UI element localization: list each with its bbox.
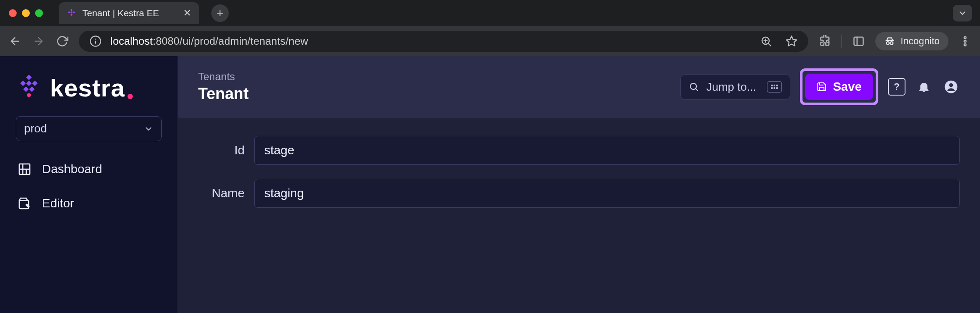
environment-value: prod — [24, 122, 47, 135]
window-minimize-button[interactable] — [22, 9, 30, 17]
svg-rect-25 — [32, 80, 38, 86]
logo-dot-icon — [128, 94, 133, 99]
bookmark-star-icon[interactable] — [785, 34, 799, 48]
svg-rect-23 — [20, 80, 26, 86]
name-label: Name — [198, 186, 245, 200]
sidebar-nav: Dashboard Editor — [16, 158, 162, 215]
browser-chrome: Tenant | Kestra EE ✕ + localhost:8080/ui… — [0, 0, 980, 56]
browser-tab[interactable]: Tenant | Kestra EE ✕ — [59, 2, 199, 24]
environment-select[interactable]: prod — [16, 116, 162, 141]
svg-point-28 — [27, 93, 31, 97]
url-host: localhost — [110, 35, 153, 47]
id-label: Id — [198, 143, 245, 157]
app-root: kestra prod Dashboard Editor Tenants Ten… — [0, 56, 980, 313]
logo-text: kestra — [50, 74, 133, 102]
chevron-down-icon — [144, 124, 153, 134]
svg-point-21 — [964, 44, 966, 46]
incognito-label: Incognito — [901, 36, 940, 47]
site-info-icon[interactable] — [89, 34, 103, 48]
new-tab-button[interactable]: + — [211, 4, 229, 22]
svg-rect-24 — [26, 80, 32, 86]
main-content: Tenants Tenant Jump to... Save ? — [178, 56, 980, 313]
account-button[interactable] — [942, 78, 960, 96]
sidebar-item-dashboard[interactable]: Dashboard — [16, 158, 162, 181]
url-text: localhost:8080/ui/prod/admin/tenants/new — [110, 35, 308, 47]
svg-rect-3 — [73, 11, 75, 14]
svg-rect-1 — [68, 11, 70, 14]
svg-point-19 — [964, 37, 966, 39]
keyboard-hint-icon — [767, 81, 782, 92]
dashboard-icon — [18, 162, 32, 176]
window-close-button[interactable] — [9, 9, 17, 17]
browser-menu-icon[interactable] — [958, 34, 972, 48]
save-icon — [817, 82, 827, 92]
svg-rect-26 — [23, 86, 29, 92]
svg-rect-27 — [29, 86, 35, 92]
form-row-id: Id stage — [198, 136, 960, 165]
svg-rect-15 — [854, 37, 863, 46]
sidepanel-icon[interactable] — [852, 34, 866, 48]
notifications-button[interactable] — [915, 78, 933, 96]
name-input[interactable]: staging — [254, 179, 960, 208]
svg-rect-0 — [70, 9, 72, 11]
breadcrumb-container: Tenants Tenant — [198, 71, 249, 103]
tabs-overflow-button[interactable] — [953, 5, 972, 21]
incognito-chip[interactable]: Incognito — [875, 32, 948, 50]
user-avatar-icon — [944, 80, 958, 93]
svg-marker-14 — [786, 36, 796, 46]
svg-rect-2 — [70, 11, 72, 14]
jump-to-placeholder: Jump to... — [706, 80, 756, 94]
toolbar-divider — [842, 35, 842, 48]
id-input[interactable]: stage — [254, 136, 960, 165]
svg-point-20 — [964, 40, 966, 43]
browser-toolbar: localhost:8080/ui/prod/admin/tenants/new… — [0, 26, 980, 56]
window-controls — [9, 9, 43, 17]
tab-close-icon[interactable]: ✕ — [183, 7, 191, 19]
header-actions: Jump to... Save ? — [680, 68, 960, 105]
search-icon — [689, 82, 699, 92]
page-title: Tenant — [198, 85, 249, 103]
sidebar-item-editor[interactable]: Editor — [16, 192, 162, 215]
bell-icon — [917, 80, 930, 93]
url-path: :8080/ui/prod/admin/tenants/new — [153, 35, 308, 47]
sidebar: kestra prod Dashboard Editor — [0, 56, 178, 313]
help-glyph: ? — [894, 81, 899, 92]
save-button-label: Save — [833, 80, 862, 94]
address-bar[interactable]: localhost:8080/ui/prod/admin/tenants/new — [79, 31, 808, 52]
sidebar-item-label: Dashboard — [42, 162, 102, 176]
brand-logo[interactable]: kestra — [16, 74, 162, 102]
sidebar-item-label: Editor — [42, 196, 74, 210]
save-button[interactable]: Save — [805, 74, 873, 100]
tab-title: Tenant | Kestra EE — [82, 8, 159, 18]
svg-line-34 — [696, 89, 698, 91]
tab-strip: Tenant | Kestra EE ✕ + — [0, 0, 980, 26]
tenant-form: Id stage Name staging — [178, 118, 980, 313]
page-header: Tenants Tenant Jump to... Save ? — [178, 56, 980, 118]
editor-icon — [18, 196, 32, 210]
svg-rect-4 — [70, 14, 72, 16]
window-zoom-button[interactable] — [35, 9, 43, 17]
svg-rect-22 — [26, 75, 32, 80]
zoom-icon[interactable] — [759, 34, 773, 48]
save-highlight-frame: Save — [800, 68, 878, 105]
svg-line-11 — [768, 43, 771, 46]
breadcrumb[interactable]: Tenants — [198, 71, 249, 83]
extensions-icon[interactable] — [818, 34, 832, 48]
logo-mark-icon — [16, 74, 42, 102]
reload-button[interactable] — [55, 34, 69, 48]
help-button[interactable]: ? — [888, 78, 905, 96]
back-button[interactable] — [8, 34, 22, 48]
forward-button[interactable] — [32, 34, 46, 48]
jump-to-search[interactable]: Jump to... — [680, 75, 790, 100]
svg-point-36 — [949, 83, 953, 87]
tab-favicon-icon — [67, 8, 76, 18]
form-row-name: Name staging — [198, 179, 960, 208]
